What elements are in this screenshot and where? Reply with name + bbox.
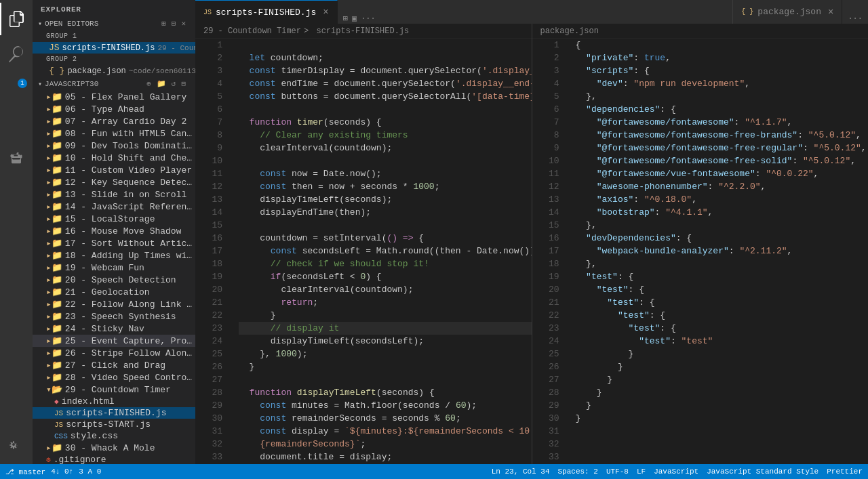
tab-js-icon: JS [203,9,212,16]
folder-item[interactable]: ▸📁30 - Whack A Mole [33,442,195,454]
json-file-icon: { } [49,66,64,76]
folder-item[interactable]: ▾📂29 - Countdown Timer [33,383,195,396]
group2-header: GROUP 2 [33,54,195,65]
activity-icon-settings[interactable] [0,432,33,464]
folder-item[interactable]: ▸📁27 - Click and Drag [33,359,195,371]
activity-icon-debug[interactable] [0,108,33,141]
more-icon[interactable]: ··· [361,14,376,24]
sidebar: EXPLORER ▾ OPEN EDITORS ⊞ ⊟ ✕ GROUP 1 JS… [33,0,195,464]
folder-name: 22 - Follow Along Link Highlighter [65,299,195,310]
js-file-icon: JS [49,43,60,53]
folder-item[interactable]: ▸📁21 - Geolocation [33,286,195,298]
code-lines-2: { "private": true, "scripts": { "dev": "… [565,39,869,464]
folder-item[interactable]: ▸📁13 - Slide in on Scroll [33,188,195,201]
css-icon: CSS [54,432,68,440]
collapse-all-icon[interactable]: ⊟ [180,78,187,89]
tab-json-icon: { } [741,8,753,16]
js30-root-header[interactable]: ▾ JAVASCRIPT30 ⊕ 📁 ↺ ⊟ [33,77,195,91]
folder-name: 14 - JavaScript References VS Copying [65,202,195,212]
refresh-icon[interactable]: ↺ [170,78,178,89]
close-all-icon[interactable]: ✕ [180,18,187,29]
folder-item[interactable]: ▸📁17 - Sort Without Articles [33,237,195,249]
folder-item[interactable]: ▸📁20 - Speech Detection [33,274,195,286]
more-icon-2[interactable]: ··· [848,14,863,24]
folder-item[interactable]: ▸📁09 - Dev Tools Domination [33,140,195,152]
encoding-indicator[interactable]: UTF-8 [606,467,629,476]
folder-icon: ▸📁 [46,299,62,310]
folder-item[interactable]: ▸📁16 - Mouse Move Shadow [33,225,195,237]
sidebar-content[interactable]: ▾ OPEN EDITORS ⊞ ⊟ ✕ GROUP 1 JS scripts-… [33,16,195,464]
collapse-icon[interactable]: ⊟ [170,18,178,29]
folder-item[interactable]: ▸📁06 - Type Ahead [33,103,195,115]
spaces-indicator[interactable]: Spaces: 2 [558,467,598,476]
scm-badge: 1 [18,79,27,88]
folder-icon: ▸📁 [46,274,62,285]
line-numbers-2: 1234567891011121314151617181920212223242… [532,39,565,464]
activity-icon-scm[interactable]: 1 [0,73,33,106]
folder-item[interactable]: ▸📁23 - Speech Synthesis [33,310,195,322]
folder-item[interactable]: ▸📁19 - Webcam Fun [33,262,195,274]
tab-close-2[interactable]: × [828,7,833,18]
folder-item[interactable]: ▸📁22 - Follow Along Link Highlighter [33,298,195,310]
folder-item[interactable]: ◆index.html [33,396,195,407]
sidebar-title: EXPLORER [33,0,195,16]
js30-label: JAVASCRIPT30 [45,80,98,88]
folder-item[interactable]: ▸📁18 - Adding Up Times with Reduce [33,249,195,262]
eol-indicator[interactable]: LF [637,467,646,476]
style-indicator[interactable]: JavaScript Standard Style [707,467,818,476]
new-folder-icon[interactable]: 📁 [155,78,167,89]
language-indicator[interactable]: JavaScript [654,467,698,476]
folder-name: 08 - Fun with HTML5 Canvas [65,129,195,139]
folder-item[interactable]: CSSstyle.css [33,430,195,442]
tab-scripts-finished[interactable]: JS scripts-FINISHED.js × [195,0,338,24]
folder-icon: ▸📁 [46,360,62,371]
split-editor-icon[interactable]: ⊞ [160,18,167,29]
html-icon: ◆ [54,397,59,406]
activity-icon-explorer[interactable] [0,3,33,35]
group1-header: GROUP 1 [33,30,195,42]
folder-icon: ▸📁 [46,250,62,261]
editors-container: 29 - Countdown Timer scripts-FINISHED.js… [195,24,868,464]
open-file-scripts-finished[interactable]: JS scripts-FINISHED.js 29 - Countdown ✕ [33,42,195,54]
folder-item[interactable]: ⚙.gitignore [33,454,195,464]
folder-icon: ▸📁 [46,104,62,114]
error-count[interactable]: 3 A 0 [79,467,101,476]
tab-close-1[interactable]: × [323,7,328,18]
layout-icon[interactable]: ▣ [352,14,357,24]
activity-icon-search[interactable] [0,38,33,70]
folder-name: 06 - Type Ahead [65,104,144,114]
folder-item[interactable]: ▸📁25 - Event Capture, Propagation, Bubbi… [33,335,195,347]
folder-item[interactable]: ▸📁10 - Hold Shift and Check Checkboxes [33,152,195,164]
open-editors-header[interactable]: ▾ OPEN EDITORS ⊞ ⊟ ✕ [33,16,195,30]
folder-icon: ▸📁 [46,335,62,346]
prettier-indicator[interactable]: Prettier [827,467,863,476]
code-editor-1[interactable]: 1234567891011121314151617181920212223242… [195,39,532,464]
folder-icon: ▸📁 [46,348,62,358]
folder-item[interactable]: JSscripts-START.js [33,419,195,430]
js-icon: JS [54,409,63,417]
folder-icon: ▸📁 [46,287,62,297]
open-file-package-json[interactable]: { } package.json ~code/soen6011 3, M [33,65,195,77]
folder-item[interactable]: JSscripts-FINISHED.js [33,407,195,419]
folder-name: 11 - Custom Video Player [65,165,192,175]
activity-icon-extensions[interactable] [0,144,33,176]
folder-item[interactable]: ▸📁07 - Array Cardio Day 2 [33,115,195,127]
new-file-icon[interactable]: ⊕ [145,78,153,89]
sync-status[interactable]: 4↓ 0↑ [51,467,73,476]
tab-label-2: package.json [757,7,821,17]
code-editor-2[interactable]: 1234567891011121314151617181920212223242… [532,39,869,464]
cursor-position[interactable]: Ln 23, Col 34 [492,467,550,476]
folder-item[interactable]: ▸📁11 - Custom Video Player [33,164,195,176]
folder-item[interactable]: ▸📁26 - Stripe Follow Along Nav [33,347,195,359]
folder-item[interactable]: ▸📁14 - JavaScript References VS Copying [33,201,195,213]
folder-item[interactable]: ▸📁12 - Key Sequence Detection [33,176,195,188]
git-branch[interactable]: ⎇ master [5,467,45,476]
breadcrumb-1: 29 - Countdown Timer scripts-FINISHED.js [195,24,532,39]
folder-item[interactable]: ▸📁24 - Sticky Nav [33,322,195,335]
folder-item[interactable]: ▸📁05 - Flex Panel Gallery [33,91,195,103]
folder-item[interactable]: ▸📁08 - Fun with HTML5 Canvas [33,127,195,140]
folder-item[interactable]: ▸📁15 - LocalStorage [33,213,195,225]
split-icon[interactable]: ⊞ [343,14,348,24]
folder-item[interactable]: ▸📁28 - Video Speed Controller [33,371,195,383]
tab-package-json[interactable]: { } package.json × [732,0,842,24]
